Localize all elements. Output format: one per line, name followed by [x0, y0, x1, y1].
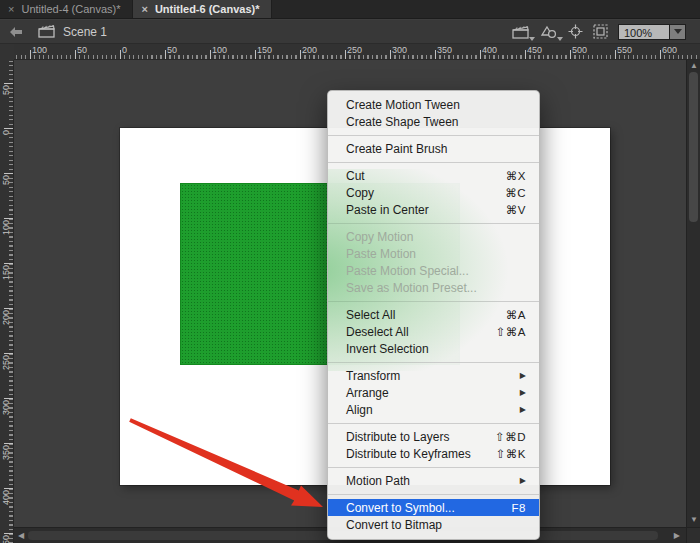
- menu-item-shortcut: ⇧⌘K: [496, 447, 526, 461]
- menu-item-shortcut: ⌘C: [505, 186, 526, 200]
- ruler-tick-label: 350: [437, 45, 452, 55]
- document-tab-untitled-4-canvas[interactable]: ×Untitled-4 (Canvas)*: [0, 0, 133, 18]
- submenu-arrow-icon: ▶: [520, 371, 526, 380]
- menu-item-label: Copy: [346, 186, 493, 200]
- menu-item-label: Save as Motion Preset...: [346, 281, 526, 295]
- ruler-tick-label: 50: [1, 175, 11, 185]
- vertical-scrollbar[interactable]: ▲ ▼: [686, 60, 700, 527]
- menu-item-label: Distribute to Layers: [346, 430, 483, 444]
- menu-item-label: Create Paint Brush: [346, 142, 526, 156]
- menu-item-paste-motion-special[interactable]: Paste Motion Special...: [328, 262, 539, 279]
- scrollbar-corner: [686, 527, 700, 543]
- menu-item-convert-to-bitmap[interactable]: Convert to Bitmap: [328, 516, 539, 533]
- menu-item-label: Create Shape Tween: [346, 115, 526, 129]
- document-tab-untitled-6-canvas[interactable]: ×Untitled-6 (Canvas)*: [133, 0, 272, 18]
- submenu-arrow-icon: ▶: [520, 476, 526, 485]
- menu-item-arrange[interactable]: Arrange▶: [328, 384, 539, 401]
- menu-item-save-as-motion-preset[interactable]: Save as Motion Preset...: [328, 279, 539, 296]
- ruler-tick-label: 150: [257, 45, 272, 55]
- menu-item-shortcut: F8: [512, 502, 526, 514]
- clapperboard-icon: [38, 25, 55, 38]
- zoom-level-input[interactable]: 100%: [618, 24, 670, 40]
- ruler-tick-label: 550: [617, 45, 632, 55]
- menu-item-shortcut: ⇧⌘D: [495, 430, 526, 444]
- menu-item-convert-to-symbol[interactable]: Convert to Symbol...F8: [328, 499, 539, 516]
- ruler-tick-label: 450: [527, 45, 542, 55]
- menu-item-copy[interactable]: Copy⌘C: [328, 184, 539, 201]
- scroll-up-arrow[interactable]: ▲: [690, 62, 698, 70]
- back-arrow-icon[interactable]: [8, 26, 24, 38]
- scroll-right-arrow[interactable]: ▶: [674, 532, 680, 540]
- menu-item-shortcut: ⌘X: [506, 169, 526, 183]
- menu-item-copy-motion[interactable]: Copy Motion: [328, 228, 539, 245]
- tab-label: Untitled-6 (Canvas)*: [155, 3, 260, 15]
- menu-item-distribute-to-layers[interactable]: Distribute to Layers⇧⌘D: [328, 428, 539, 445]
- tab-bar: ×Untitled-4 (Canvas)*×Untitled-6 (Canvas…: [0, 0, 700, 19]
- ruler-tick-label: 50: [1, 85, 11, 95]
- chevron-down-icon: [557, 37, 563, 41]
- menu-item-transform[interactable]: Transform▶: [328, 367, 539, 384]
- menu-separator: [328, 494, 539, 495]
- menu-separator: [328, 301, 539, 302]
- menu-item-label: Paste Motion Special...: [346, 264, 526, 278]
- menu-item-label: Cut: [346, 169, 494, 183]
- menu-separator: [328, 362, 539, 363]
- edit-bar-tools: 100%: [512, 24, 700, 40]
- ruler-tick-label: 150: [1, 265, 11, 280]
- menu-item-label: Copy Motion: [346, 230, 526, 244]
- horizontal-ruler: 1005005010015020025030035040045050055060…: [0, 44, 700, 60]
- menu-separator: [328, 223, 539, 224]
- ruler-tick-label: 200: [302, 45, 317, 55]
- menu-item-label: Create Motion Tween: [346, 98, 526, 112]
- menu-items: Create Motion TweenCreate Shape TweenCre…: [328, 96, 539, 533]
- menu-item-invert-selection[interactable]: Invert Selection: [328, 340, 539, 357]
- ruler-tick-label: 300: [1, 400, 11, 415]
- menu-item-deselect-all[interactable]: Deselect All⇧⌘A: [328, 323, 539, 340]
- menu-separator: [328, 135, 539, 136]
- menu-item-label: Distribute to Keyframes: [346, 447, 484, 461]
- scroll-down-arrow[interactable]: ▼: [690, 516, 698, 524]
- chevron-down-icon: [529, 37, 535, 41]
- zoom-dropdown-button[interactable]: [670, 24, 686, 40]
- ruler-tick-label: 450: [1, 535, 11, 543]
- menu-item-label: Arrange: [346, 386, 508, 400]
- ruler-tick-label: 250: [347, 45, 362, 55]
- scene-label[interactable]: Scene 1: [63, 25, 107, 39]
- menu-item-create-paint-brush[interactable]: Create Paint Brush: [328, 140, 539, 157]
- menu-item-label: Select All: [346, 308, 494, 322]
- close-icon[interactable]: ×: [141, 4, 147, 15]
- ruler-tick-label: 50: [77, 45, 87, 55]
- ruler-tick-label: 600: [662, 45, 677, 55]
- menu-item-label: Align: [346, 403, 508, 417]
- close-icon[interactable]: ×: [8, 4, 14, 15]
- menu-item-create-shape-tween[interactable]: Create Shape Tween: [328, 113, 539, 130]
- vertical-ruler: 50050100150200250300350400450: [0, 60, 14, 543]
- menu-item-distribute-to-keyframes[interactable]: Distribute to Keyframes⇧⌘K: [328, 445, 539, 462]
- menu-item-motion-path[interactable]: Motion Path▶: [328, 472, 539, 489]
- vertical-scrollbar-thumb[interactable]: [689, 72, 698, 222]
- menu-item-shortcut: ⇧⌘A: [496, 325, 526, 339]
- ruler-tick-label: 0: [122, 45, 127, 55]
- edit-symbols-icon[interactable]: [540, 25, 558, 39]
- menu-item-cut[interactable]: Cut⌘X: [328, 167, 539, 184]
- menu-separator: [328, 162, 539, 163]
- menu-item-paste-in-center[interactable]: Paste in Center⌘V: [328, 201, 539, 218]
- menu-item-label: Paste in Center: [346, 203, 494, 217]
- ruler-tick-label: 350: [1, 445, 11, 460]
- ruler-tick-label: 400: [1, 490, 11, 505]
- clip-content-icon[interactable]: [593, 24, 608, 39]
- ruler-tick-label: 0: [1, 130, 11, 135]
- ruler-corner: [0, 44, 14, 60]
- center-frame-icon[interactable]: [568, 24, 583, 39]
- menu-item-create-motion-tween[interactable]: Create Motion Tween: [328, 96, 539, 113]
- menu-item-select-all[interactable]: Select All⌘A: [328, 306, 539, 323]
- scroll-left-arrow[interactable]: ◀: [18, 532, 24, 540]
- ruler-tick-label: 100: [32, 45, 47, 55]
- ruler-tick-label: 50: [167, 45, 177, 55]
- menu-item-paste-motion[interactable]: Paste Motion: [328, 245, 539, 262]
- tab-label: Untitled-4 (Canvas)*: [21, 3, 120, 15]
- edit-scene-icon[interactable]: [512, 25, 530, 39]
- ruler-tick-label: 500: [572, 45, 587, 55]
- menu-item-align[interactable]: Align▶: [328, 401, 539, 418]
- ruler-tick-label: 300: [392, 45, 407, 55]
